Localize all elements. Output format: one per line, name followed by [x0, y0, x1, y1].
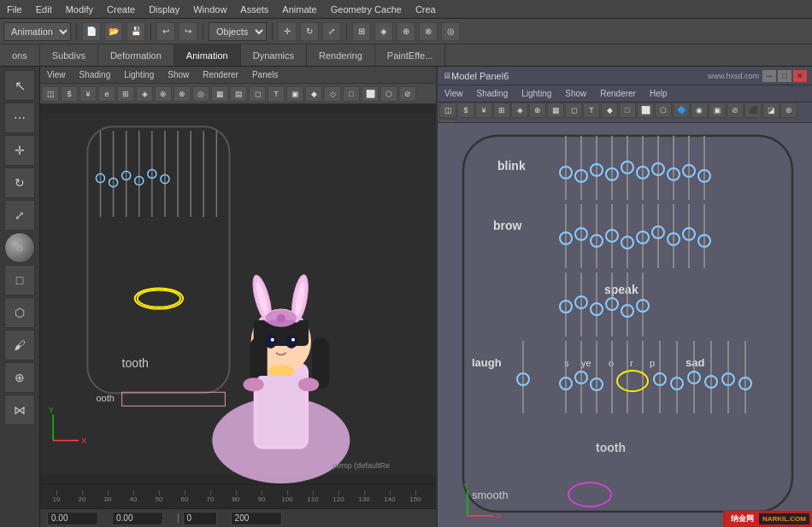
open-btn[interactable]: 📂: [104, 22, 123, 41]
rp-tool13[interactable]: ⬡: [655, 102, 672, 118]
tab-rendering[interactable]: Rendering: [307, 44, 375, 66]
rp-tool1[interactable]: ◫: [439, 102, 456, 118]
cylinder-btn[interactable]: ⬡: [4, 297, 35, 328]
rp-tool18[interactable]: ⬛: [744, 102, 762, 118]
rp-tool8[interactable]: ◻: [565, 102, 582, 118]
rp-show[interactable]: Show: [558, 87, 593, 100]
vp-view[interactable]: View: [40, 68, 73, 81]
viewport-canvas[interactable]: tooth ooth: [40, 104, 436, 484]
menu-display[interactable]: Display: [142, 3, 186, 16]
rp-tool7[interactable]: ▦: [547, 102, 564, 118]
tab-deformation[interactable]: Deformation: [98, 44, 174, 66]
status-input3[interactable]: [183, 512, 217, 525]
rp-help[interactable]: Help: [643, 87, 674, 100]
select-tool-btn[interactable]: ↖: [4, 70, 35, 101]
vp-panels[interactable]: Panels: [245, 68, 285, 81]
move-tool-btn[interactable]: ✛: [4, 135, 35, 166]
timeline-ruler[interactable]: 10 20 30 40 50 60 70 80 90 100 110 120 1…: [40, 485, 436, 508]
tool4-btn[interactable]: ⊗: [419, 22, 438, 41]
rp-tool4[interactable]: ⊞: [493, 102, 510, 118]
vp-tool10[interactable]: ▦: [211, 86, 228, 102]
tab-animation[interactable]: Animation: [174, 44, 241, 66]
vp-tool11[interactable]: ▤: [230, 86, 247, 102]
tool1-btn[interactable]: ⊞: [352, 22, 371, 41]
vp-tool5[interactable]: ⊞: [117, 86, 134, 102]
vp-lighting[interactable]: Lighting: [117, 68, 161, 81]
rp-tool9[interactable]: T: [583, 102, 600, 118]
rp-tool15[interactable]: ◉: [691, 102, 708, 118]
vp-shading[interactable]: Shading: [73, 68, 118, 81]
vp-tool2[interactable]: $: [61, 86, 78, 102]
status-input1[interactable]: [47, 512, 98, 525]
save-btn[interactable]: 💾: [127, 22, 145, 41]
rp-tool14[interactable]: 🔷: [673, 102, 690, 118]
tool3-btn[interactable]: ⊕: [397, 22, 415, 41]
rp-tool20[interactable]: ⊛: [780, 102, 797, 118]
move-btn[interactable]: ✛: [278, 22, 297, 41]
joint-btn[interactable]: ⊕: [4, 362, 35, 393]
menu-geometry-cache[interactable]: Geometry Cache: [324, 3, 409, 16]
tab-subdivs[interactable]: Subdivs: [40, 44, 98, 66]
rp-tool11[interactable]: □: [619, 102, 636, 118]
menu-edit[interactable]: Edit: [29, 3, 59, 16]
rp-renderer[interactable]: Renderer: [593, 87, 643, 100]
undo-btn[interactable]: ↩: [156, 22, 175, 41]
rp-shading[interactable]: Shading: [470, 87, 515, 100]
menu-modify[interactable]: Modify: [59, 3, 100, 16]
rotate-tool-btn[interactable]: ↻: [4, 167, 35, 198]
status-input2[interactable]: [112, 512, 163, 525]
new-scene-btn[interactable]: 📄: [82, 22, 101, 41]
vp-tool15[interactable]: ◆: [305, 86, 322, 102]
rp-lighting[interactable]: Lighting: [515, 87, 558, 100]
vp-tool6[interactable]: ◈: [136, 86, 153, 102]
vp-tool17[interactable]: □: [343, 86, 360, 102]
rp-tool17[interactable]: ⊘: [727, 102, 744, 118]
vp-tool16[interactable]: ◇: [324, 86, 341, 102]
scale-btn[interactable]: ⤢: [322, 22, 341, 41]
menu-animate[interactable]: Animate: [275, 3, 323, 16]
rp-view[interactable]: View: [438, 87, 470, 100]
status-input4[interactable]: [231, 512, 282, 525]
vp-tool9[interactable]: ◎: [192, 86, 209, 102]
tool2-btn[interactable]: ◈: [374, 22, 393, 41]
tab-dynamics[interactable]: Dynamics: [241, 44, 307, 66]
vp-tool8[interactable]: ⊗: [174, 86, 191, 102]
vp-tool20[interactable]: ⊘: [399, 86, 416, 102]
vp-tool12[interactable]: ◻: [249, 86, 266, 102]
cube-btn[interactable]: □: [4, 265, 35, 296]
redo-btn[interactable]: ↪: [179, 22, 197, 41]
objects-dropdown[interactable]: Objects: [209, 22, 267, 41]
menu-create[interactable]: Create: [100, 3, 142, 16]
vp-tool18[interactable]: ⬜: [362, 86, 379, 102]
right-panel-canvas[interactable]: blink: [438, 123, 812, 527]
menu-crea[interactable]: Crea: [409, 3, 443, 16]
paint-btn[interactable]: 🖌: [4, 330, 35, 360]
rp-tool10[interactable]: ◆: [601, 102, 618, 118]
restore-btn[interactable]: □: [778, 70, 791, 82]
rp-tool3[interactable]: ¥: [475, 102, 492, 118]
rp-tool2[interactable]: $: [457, 102, 474, 118]
tool5-btn[interactable]: ◎: [441, 22, 460, 41]
vp-tool3[interactable]: ¥: [79, 86, 97, 102]
vp-show[interactable]: Show: [161, 68, 196, 81]
vp-renderer[interactable]: Renderer: [196, 68, 245, 81]
animation-dropdown[interactable]: Animation: [3, 22, 71, 41]
vp-tool1[interactable]: ◫: [42, 86, 59, 102]
lasso-tool-btn[interactable]: ⋯: [4, 102, 35, 133]
rotate-btn[interactable]: ↻: [300, 22, 319, 41]
vp-tool4[interactable]: e: [98, 86, 115, 102]
vp-tool14[interactable]: ▣: [286, 86, 303, 102]
tab-painteffects[interactable]: PaintEffe...: [375, 44, 446, 66]
ik-btn[interactable]: ⋈: [4, 395, 35, 425]
rp-tool6[interactable]: ⊕: [529, 102, 546, 118]
vp-tool19[interactable]: ⬡: [380, 86, 397, 102]
timeline[interactable]: 10 20 30 40 50 60 70 80 90 100 110 120 1…: [40, 484, 436, 508]
sphere-btn[interactable]: ○: [4, 232, 35, 263]
vp-tool7[interactable]: ⊕: [155, 86, 172, 102]
rp-tool16[interactable]: ▣: [709, 102, 726, 118]
rp-tool19[interactable]: ◪: [762, 102, 780, 118]
menu-window[interactable]: Window: [186, 3, 233, 16]
rp-tool5[interactable]: ◈: [511, 102, 528, 118]
minimize-btn[interactable]: ─: [762, 70, 776, 82]
menu-assets[interactable]: Assets: [233, 3, 275, 16]
